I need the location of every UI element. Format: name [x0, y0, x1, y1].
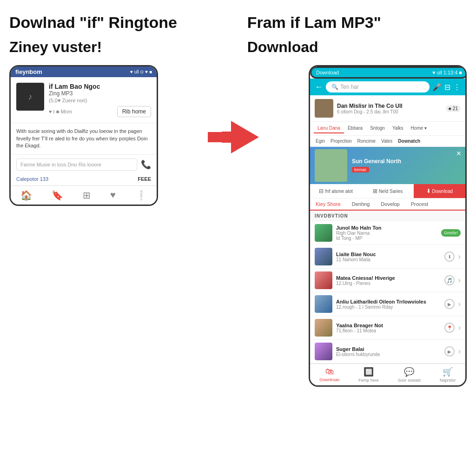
- tab-roncime[interactable]: Roncime: [355, 137, 378, 145]
- nav-napr-icon: 🛒: [443, 367, 453, 377]
- tab-home[interactable]: Home ▾: [407, 124, 430, 133]
- tabs-row-1: Lanu Dana Ebbara Sntogn Yalks Home ▾: [310, 122, 465, 136]
- left-status-bar: fieynbom ♥ ull ⊙ ♥ ■: [11, 66, 157, 77]
- banner-thumbnail: [315, 149, 347, 182]
- header-right: Fram if Lam MP3" Download: [247, 14, 467, 56]
- back-icon[interactable]: ←: [315, 82, 323, 92]
- tab-proprction[interactable]: Proprction: [328, 137, 355, 145]
- more-icon[interactable]: ⋮: [453, 83, 461, 92]
- search-input-left[interactable]: Farme Musie in loss Dno Ris looore: [16, 159, 137, 171]
- nav-napr-label: Naprstor: [440, 378, 456, 383]
- left-title: Dowlnad "if" Ringtone: [9, 14, 229, 31]
- right-nav-femp[interactable]: 🔲 Femp here: [358, 367, 379, 383]
- action-tab-neld[interactable]: ⊞ Neld Saries: [362, 184, 413, 198]
- nav-home-icon[interactable]: 🏠: [20, 190, 32, 201]
- list-item[interactable]: Liaite Biae Nouc 11 Nahorn Matia ⬇ ›: [310, 245, 465, 269]
- tab-lanu-dana[interactable]: Lanu Dana: [314, 124, 344, 133]
- right-status-bar: Download ♥ ull 1:13:4 ■: [310, 66, 467, 79]
- action-tab-download[interactable]: ⬇ Download: [414, 184, 465, 198]
- action-tab-fnf-label: fnf alsme alot: [325, 189, 352, 194]
- tab-egin[interactable]: Egin: [313, 137, 328, 145]
- section-tab-dovelop[interactable]: Dovelop: [375, 198, 405, 210]
- search-placeholder-text: Ten har: [340, 84, 359, 90]
- featured-badge: ♣ 21: [446, 105, 461, 112]
- download-tab-icon: ⬇: [426, 188, 431, 194]
- action-icon-5[interactable]: 📍: [444, 323, 455, 333]
- nav-bookmark-icon[interactable]: 🔖: [52, 190, 63, 201]
- song-platform: Zing MP3: [49, 90, 151, 97]
- music-artist-1: Righ Oiar Narna: [336, 231, 437, 236]
- music-info-1: Junol Mo Haln Ton Righ Oiar Narna Id Ton…: [336, 225, 437, 241]
- action-tab-fnf[interactable]: ⊟ fnf alsme alot: [310, 184, 362, 198]
- description-text: With sucie soring with do Dialfiz you lo…: [11, 123, 157, 154]
- search-icon: 🔍: [331, 84, 338, 90]
- tab-ebbara[interactable]: Ebbara: [344, 124, 366, 133]
- featured-title: Dan Mislisr in The Co Ull: [337, 103, 442, 109]
- featured-info: Dan Mislisr in The Co Ull 6 oltorn Dog -…: [337, 103, 442, 114]
- list-item[interactable]: Matea Cniessa! Hiverige 12.Ulrig - Piene…: [310, 269, 465, 292]
- list-item[interactable]: Anliu Laitharlledi Oileon Trrlowvioles 1…: [310, 292, 465, 316]
- music-title-1: Junol Mo Haln Ton: [336, 225, 437, 231]
- tab-yalks[interactable]: Yalks: [389, 124, 407, 133]
- nav-heart-icon[interactable]: ♥: [110, 190, 116, 201]
- section-tabs: Kiey Shore Denhng Dovelop Procest: [310, 198, 465, 211]
- list-item[interactable]: Junol Mo Haln Ton Righ Oiar Narna Id Ton…: [310, 221, 465, 245]
- featured-item[interactable]: Dan Mislisr in The Co Ull 6 oltorn Dog -…: [310, 95, 465, 122]
- right-status-icons: ♥ ull 1:13:4 ■: [432, 70, 462, 75]
- section-tab-procest[interactable]: Procest: [405, 198, 434, 210]
- chevron-icon-5: ›: [458, 324, 461, 332]
- scan-icon[interactable]: ⊟: [444, 83, 450, 92]
- song-thumbnail: ♪: [16, 83, 44, 111]
- song-info: if Lam Bao Ngoc Zing MP3 (5,0♥ Zuere nor…: [49, 83, 151, 117]
- banner-badge: lonnac: [352, 167, 369, 172]
- tab-vales[interactable]: Vales: [378, 137, 395, 145]
- action-icon-3[interactable]: 🎵: [444, 275, 455, 285]
- right-status-title: Download: [316, 70, 339, 75]
- music-title-5: Yaalna Breager Not: [336, 323, 441, 328]
- rib-home-button[interactable]: Rib home: [117, 106, 151, 117]
- action-icon-6[interactable]: ▶: [444, 346, 455, 357]
- action-tab-download-label: Download: [432, 189, 453, 194]
- search-area: Farme Musie in loss Dno Ris looore 📞: [11, 155, 157, 174]
- search-icon-red: 📞: [141, 159, 151, 170]
- right-nav-soor[interactable]: 💬 Soor sowats: [398, 367, 421, 383]
- phone-right-mockup: Download ♥ ull 1:13:4 ■ ← 🔍 Ten har 🎤 ⊟ …: [309, 65, 467, 387]
- section-tab-denhng[interactable]: Denhng: [346, 198, 376, 210]
- mic-icon[interactable]: 🎤: [432, 83, 442, 92]
- banner-info: Sun General North lonnac: [352, 158, 401, 173]
- nav-soor-label: Soor sowats: [398, 378, 421, 383]
- music-thumb-6: [315, 343, 332, 360]
- right-search-input[interactable]: 🔍 Ten har: [326, 81, 430, 93]
- action-icon-2[interactable]: ⬇: [444, 251, 455, 262]
- right-nav-napr[interactable]: 🛒 Naprstor: [440, 367, 456, 383]
- close-icon[interactable]: ✕: [456, 150, 462, 157]
- tab-sntogn[interactable]: Sntogn: [366, 124, 389, 133]
- section-tab-kiey[interactable]: Kiey Shore: [310, 198, 346, 211]
- footer-link[interactable]: Calepotor 133: [16, 176, 48, 182]
- nav-alert-icon[interactable]: ❕: [135, 190, 147, 201]
- download-action-1[interactable]: Gmirbr!: [441, 229, 461, 237]
- song-card: ♪ if Lam Bao Ngoc Zing MP3 (5,0♥ Zuere n…: [11, 77, 157, 123]
- music-artist-6: El-oltorni hukbyrunde: [336, 352, 441, 357]
- arrow-head: [231, 121, 259, 153]
- arrow-graphic: [208, 121, 259, 153]
- song-actions: ♥ t ■ Mnm Rib home: [49, 106, 151, 117]
- nav-grid-icon[interactable]: ⊞: [83, 190, 91, 201]
- nav-femp-label: Femp here: [358, 378, 379, 383]
- right-nav-download[interactable]: 🛍 Downlroan: [319, 367, 339, 383]
- tab-downatch[interactable]: Downatch: [395, 137, 423, 145]
- chevron-icon-2: ›: [458, 252, 461, 261]
- music-info-6: Suger Balai El-oltorni hukbyrunde: [336, 346, 441, 357]
- right-subtitle: Download: [247, 39, 467, 56]
- main-content: fieynbom ♥ ull ⊙ ♥ ■ ♪ if Lam Bao Ngoc Z…: [9, 65, 467, 387]
- banner-title: Sun General North: [352, 158, 401, 165]
- list-item[interactable]: Yaalna Breager Not 71.fleon - 11 Motea 📍…: [310, 316, 465, 340]
- action-icon-4[interactable]: ▶: [444, 299, 455, 309]
- header-left: Dowlnad "if" Ringtone Ziney vuster!: [9, 14, 229, 56]
- music-artist-2: 11 Nahorn Matia: [336, 257, 441, 262]
- song-extra: ♥ t ■ Mnm: [49, 109, 114, 114]
- left-subtitle: Ziney vuster!: [9, 39, 229, 56]
- music-list: Junol Mo Haln Ton Righ Oiar Narna Id Ton…: [310, 221, 465, 364]
- list-item[interactable]: Suger Balai El-oltorni hukbyrunde ▶ ›: [310, 340, 465, 364]
- music-thumb-1: [315, 224, 332, 242]
